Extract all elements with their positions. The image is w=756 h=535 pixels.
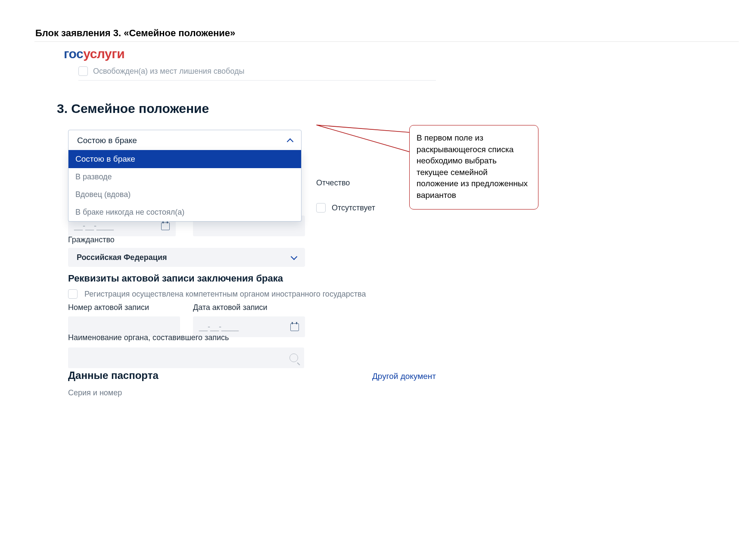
section-heading-marital-status: 3. Семейное положение — [57, 101, 574, 116]
record-date-label: Дата актовой записи — [193, 303, 305, 312]
horizontal-divider — [34, 41, 739, 42]
marital-status-options-list: Состою в браке В разводе Вдовец (вдова) … — [68, 150, 302, 222]
dob-placeholder: __-__-____ — [74, 222, 161, 231]
calendar-icon[interactable] — [161, 222, 170, 230]
search-icon[interactable] — [289, 354, 298, 362]
marital-status-dropdown[interactable]: Состою в браке Состою в браке В разводе … — [68, 130, 302, 151]
citizenship-label: Гражданство — [68, 235, 305, 244]
chevron-up-icon — [287, 138, 294, 145]
document-title: Блок заявления 3. «Семейное положение» — [35, 28, 235, 39]
passport-data-heading: Данные паспорта — [68, 369, 159, 382]
record-date-group: Дата актовой записи __-__-____ — [193, 303, 305, 337]
prev-block-cropped-row: Освобожден(а) из мест лишения свободы — [78, 64, 436, 81]
record-number-group: Номер актовой записи — [68, 303, 180, 337]
patronymic-absent-label: Отсутствует — [332, 203, 375, 213]
issuing-organ-label: Наименование органа, составившего запись — [68, 333, 304, 342]
marital-option-widowed[interactable]: Вдовец (вдова) — [68, 186, 301, 203]
marital-selected-text: Состою в браке — [77, 136, 137, 145]
marriage-record-subheading: Реквизиты актовой записи заключения брак… — [68, 273, 283, 284]
marital-status-selected[interactable]: Состою в браке — [68, 130, 302, 151]
patronymic-absent-row: Отсутствует — [316, 203, 375, 213]
released-from-prison-checkbox[interactable] — [78, 66, 88, 76]
record-date-placeholder: __-__-____ — [199, 322, 290, 332]
series-number-label: Серия и номер — [68, 388, 122, 397]
foreign-registration-label: Регистрация осуществлена компетентным ор… — [84, 290, 366, 299]
foreign-registration-row: Регистрация осуществлена компетентным ор… — [68, 289, 366, 299]
record-number-label: Номер актовой записи — [68, 303, 180, 312]
marital-option-never-married[interactable]: В браке никогда не состоял(а) — [68, 203, 301, 221]
marital-option-married[interactable]: Состою в браке — [68, 150, 301, 168]
instruction-callout: В первом поле из раскрывающегося списка … — [409, 125, 538, 210]
issuing-organ-group: Наименование органа, составившего запись — [68, 333, 304, 368]
issuing-organ-input[interactable] — [68, 347, 304, 368]
callout-text: В первом поле из раскрывающегося списка … — [417, 133, 528, 200]
foreign-registration-checkbox[interactable] — [68, 289, 78, 299]
logo-part-2: услуги — [83, 47, 124, 61]
citizenship-group: Гражданство Российская Федерация — [68, 235, 305, 267]
patronymic-absent-checkbox[interactable] — [316, 203, 326, 213]
gosuslugi-logo: госуслуги — [64, 47, 574, 61]
patronymic-label: Отчество — [316, 178, 350, 188]
other-document-link[interactable]: Другой документ — [372, 372, 436, 381]
released-from-prison-label: Освобожден(а) из мест лишения свободы — [93, 67, 244, 76]
calendar-icon[interactable] — [290, 322, 299, 331]
chevron-down-icon — [291, 253, 298, 260]
logo-part-1: гос — [64, 47, 83, 61]
patronymic-field-group: Отчество — [316, 178, 350, 188]
marital-option-divorced[interactable]: В разводе — [68, 168, 301, 186]
citizenship-dropdown[interactable]: Российская Федерация — [68, 248, 305, 267]
citizenship-value: Российская Федерация — [77, 253, 167, 262]
